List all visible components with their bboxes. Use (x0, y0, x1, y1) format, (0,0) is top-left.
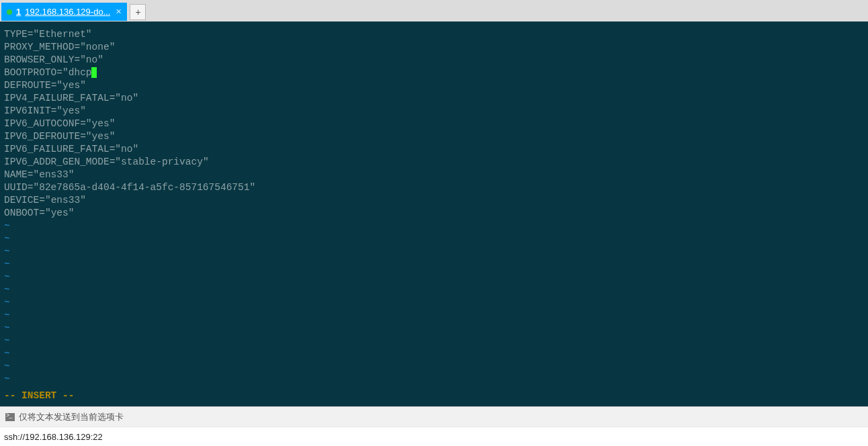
empty-line-marker: ~ (4, 347, 864, 360)
command-bar-tip: 仅将文本发送到当前选项卡 (19, 411, 124, 423)
config-line: UUID="82e7865a-d404-4f14-a5fc-8571675467… (4, 181, 864, 194)
empty-line-marker: ~ (4, 309, 864, 322)
status-dot-icon (7, 9, 12, 15)
prompt-icon (5, 413, 15, 421)
new-tab-button[interactable]: + (130, 4, 146, 20)
empty-line-marker: ~ (4, 220, 864, 232)
close-icon[interactable]: ✕ (116, 7, 122, 16)
empty-line-marker: ~ (4, 232, 864, 245)
empty-line-marker: ~ (4, 322, 864, 334)
empty-line-marker: ~ (4, 373, 864, 386)
vim-mode-indicator: -- INSERT -- (4, 390, 74, 402)
config-line: PROXY_METHOD="none" (4, 41, 864, 54)
empty-line-marker: ~ (4, 283, 864, 296)
cursor (91, 67, 97, 78)
tab-title: 192.168.136.129-do... (25, 7, 110, 17)
connection-address: ssh://192.168.136.129:22 (4, 432, 103, 442)
config-line: TYPE="Ethernet" (4, 28, 864, 41)
config-line: NAME="ens33" (4, 169, 864, 181)
command-bar[interactable]: 仅将文本发送到当前选项卡 (0, 406, 868, 427)
terminal-tab[interactable]: 1 192.168.136.129-do... ✕ (1, 3, 127, 21)
config-line: ONBOOT="yes" (4, 207, 864, 220)
empty-line-marker: ~ (4, 271, 864, 283)
config-line: IPV6_FAILURE_FATAL="no" (4, 143, 864, 156)
config-line: IPV4_FAILURE_FATAL="no" (4, 92, 864, 105)
config-line: DEVICE="ens33" (4, 194, 864, 207)
config-line: IPV6INIT="yes" (4, 105, 864, 118)
config-line: BOOTPROTO="dhcp (4, 66, 864, 79)
tab-index: 1 (16, 7, 21, 17)
tab-strip: 1 192.168.136.129-do... ✕ + (0, 0, 868, 21)
config-line: IPV6_AUTOCONF="yes" (4, 118, 864, 130)
config-line: IPV6_DEFROUTE="yes" (4, 130, 864, 143)
empty-line-marker: ~ (4, 258, 864, 271)
empty-line-marker: ~ (4, 296, 864, 309)
empty-line-marker: ~ (4, 334, 864, 347)
config-line: DEFROUTE="yes" (4, 79, 864, 92)
config-line: BROWSER_ONLY="no" (4, 54, 864, 66)
config-line: IPV6_ADDR_GEN_MODE="stable-privacy" (4, 156, 864, 169)
empty-line-marker: ~ (4, 245, 864, 258)
empty-line-marker: ~ (4, 360, 864, 373)
connection-status-bar: ssh://192.168.136.129:22 (0, 427, 868, 446)
terminal-viewport[interactable]: TYPE="Ethernet"PROXY_METHOD="none"BROWSE… (0, 21, 868, 406)
